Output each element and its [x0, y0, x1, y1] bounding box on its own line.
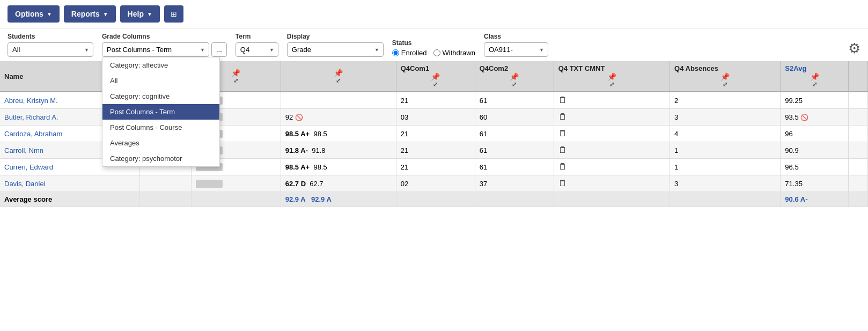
extra-cell — [849, 109, 868, 126]
term-filter-group: Term Q1Q2Q3Q4 — [236, 33, 278, 57]
avg-col3-value: 92.9 A — [285, 195, 305, 203]
q4abs-cell: 4 — [670, 126, 781, 142]
options-arrow-icon: ▼ — [47, 11, 52, 17]
withdrawn-radio[interactable] — [433, 49, 440, 56]
s2avg-cell: 99.25 — [781, 92, 849, 109]
reports-arrow-icon: ▼ — [103, 11, 108, 17]
col4-cell: 91.8 A- 91.8 — [281, 142, 396, 159]
status-filter-group: Status Enrolled Withdrawn — [392, 39, 475, 57]
avg-s2avg: 90.6 A- — [781, 192, 849, 207]
reports-button[interactable]: Reports ▼ — [64, 5, 116, 23]
avg-q4abs — [670, 192, 781, 207]
pin-icon-col4: 📌 — [285, 69, 392, 77]
dropdown-item-affective[interactable]: Category: affective — [102, 57, 219, 73]
pin-icon-q4txt: 📌 — [558, 72, 665, 81]
students-filter-group: Students All Active Inactive — [8, 33, 93, 57]
dropdown-item-all[interactable]: All — [102, 73, 219, 89]
toolbar: Options ▼ Reports ▼ Help ▼ ⊞ — [0, 0, 868, 28]
term-label: Term — [236, 33, 278, 40]
status-label: Status — [392, 39, 475, 47]
student-name-link[interactable]: Abreu, Kristyn M. — [4, 97, 58, 105]
avg-q4txt — [554, 192, 670, 207]
withdrawn-radio-label[interactable]: Withdrawn — [433, 49, 475, 57]
reports-label: Reports — [71, 10, 100, 18]
avg-q4com2 — [475, 192, 554, 207]
expand-icon-q4txt[interactable]: ⤢ — [558, 81, 665, 88]
s2avg-cell: 96.5 — [781, 159, 849, 175]
q4com1-cell: 21 — [396, 126, 475, 142]
doc-icon: 🗒 — [558, 129, 567, 138]
grid-view-button[interactable]: ⊞ — [164, 5, 183, 23]
students-label: Students — [8, 33, 93, 40]
header-q4com2: Q4Com2 📌 ⤢ — [475, 61, 554, 92]
q4txt-cell: 🗒 — [554, 142, 670, 159]
grade-value: 62.7 D — [285, 180, 306, 188]
class-label: Class — [484, 33, 548, 40]
enrolled-label: Enrolled — [401, 49, 427, 57]
expand-icon-q4com2[interactable]: ⤢ — [480, 81, 549, 88]
pin-icon-q4com1: 📌 — [401, 72, 470, 81]
q4com1-cell: 21 — [396, 142, 475, 159]
grade-columns-label: Grade Columns — [102, 33, 227, 40]
expand-icon-col4[interactable]: ⤢ — [285, 77, 392, 84]
avg-yog — [140, 192, 192, 207]
expand-icon-q4abs[interactable]: ⤢ — [674, 81, 776, 88]
doc-icon: 🗒 — [558, 179, 567, 188]
avg-s2avg-value: 90.6 A- — [785, 195, 807, 203]
options-button[interactable]: Options ▼ — [8, 5, 60, 23]
doc-icon: 🗒 — [558, 145, 567, 155]
dropdown-item-post-columns-course[interactable]: Post Columns - Course — [102, 120, 219, 135]
grade-columns-dots-button[interactable]: ... — [211, 42, 227, 57]
header-extra — [849, 61, 868, 92]
grade-columns-select[interactable]: Post Columns - Term Post Columns - Cours… — [102, 42, 209, 57]
display-select[interactable]: Grade Percentage Points — [287, 42, 384, 57]
term-select[interactable]: Q1Q2Q3Q4 — [236, 42, 278, 57]
extra-cell — [849, 126, 868, 142]
dropdown-item-cognitive[interactable]: Category: cognitive — [102, 89, 219, 104]
q4com2-cell: 61 — [475, 92, 554, 109]
student-name-link[interactable]: Curreri, Edward — [4, 163, 53, 171]
dropdown-item-psychomotor[interactable]: Category: psychomotor — [102, 151, 219, 166]
filter-bar: Students All Active Inactive Grade Colum… — [0, 28, 868, 57]
students-select[interactable]: All Active Inactive — [8, 42, 93, 57]
grade-columns-dropdown-menu: Category: affective All Category: cognit… — [102, 57, 220, 167]
dropdown-item-averages[interactable]: Averages — [102, 135, 219, 151]
q4txt-cell: 🗒 — [554, 159, 670, 175]
student-name-link[interactable]: Cardoza, Abraham — [4, 130, 62, 138]
col3-cell — [191, 175, 281, 192]
s2avg-cell: 96 — [781, 126, 849, 142]
students-select-wrapper: All Active Inactive — [8, 42, 93, 57]
enrolled-radio-label[interactable]: Enrolled — [392, 49, 427, 57]
q4abs-cell: 1 — [670, 142, 781, 159]
grade-columns-dropdown-wrapper: Post Columns - Term Post Columns - Cours… — [102, 42, 209, 57]
expand-icon-q4com1[interactable]: ⤢ — [401, 81, 470, 88]
extra-cell — [849, 142, 868, 159]
student-name-link[interactable]: Carroll, Nmn — [4, 146, 43, 155]
grade-value: 98.5 A+ — [285, 130, 310, 138]
withdrawn-label: Withdrawn — [443, 49, 475, 57]
dropdown-item-post-columns-term[interactable]: Post Columns - Term — [102, 104, 219, 120]
enrolled-radio[interactable] — [392, 49, 399, 56]
display-label: Display — [287, 33, 384, 40]
col4-cell: 92 🚫 — [281, 109, 396, 126]
q4txt-cell: 🗒 — [554, 126, 670, 142]
avg-col4: 92.9 A 92.9 A — [281, 192, 396, 207]
student-name-link[interactable]: Butler, Richard A. — [4, 113, 58, 121]
grid-icon: ⊞ — [171, 10, 177, 18]
gear-settings-button[interactable]: ⚙ — [848, 40, 860, 57]
q4com1-cell: 03 — [396, 109, 475, 126]
doc-icon: 🗒 — [558, 112, 567, 121]
yog-cell — [140, 175, 192, 192]
no-symbol-s2avg: 🚫 — [800, 114, 808, 121]
help-label: Help — [128, 10, 144, 18]
table-row: Davis, Daniel 62.7 D 62.7 02 37 🗒 3 71.3… — [0, 175, 868, 192]
q4txt-cell: 🗒 — [554, 175, 670, 192]
expand-icon-s2avg[interactable]: ⤢ — [785, 81, 844, 88]
pin-icon-q4abs: 📌 — [674, 72, 776, 81]
grade-columns-select-wrapper: Post Columns - Term Post Columns - Cours… — [102, 42, 209, 57]
student-name-link[interactable]: Davis, Daniel — [4, 180, 46, 188]
class-select[interactable]: OA911- — [484, 42, 548, 57]
help-button[interactable]: Help ▼ — [120, 5, 160, 23]
status-radio-row: Enrolled Withdrawn — [392, 49, 475, 57]
class-filter-group: Class OA911- — [484, 33, 548, 57]
